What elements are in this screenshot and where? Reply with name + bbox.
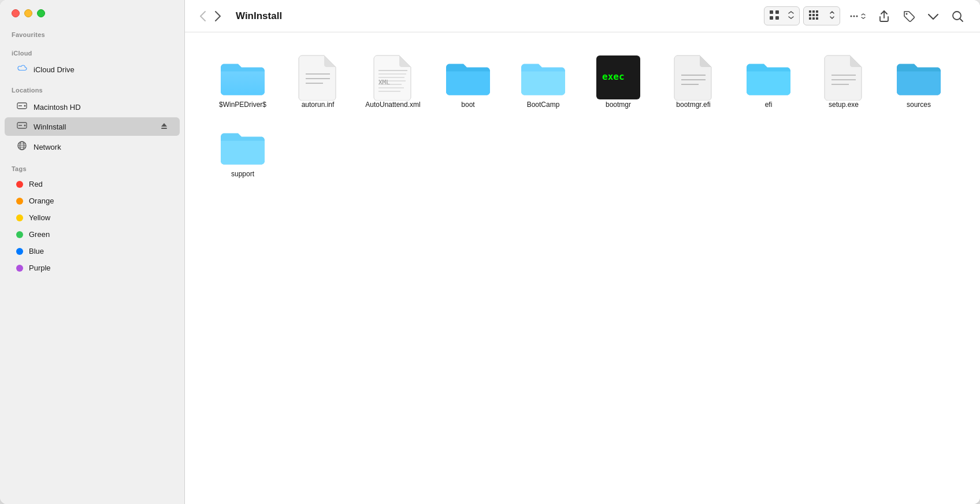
- svg-rect-21: [812, 14, 815, 16]
- file-name-bootmgr: bootmgr: [606, 101, 631, 109]
- svg-rect-14: [775, 10, 779, 14]
- tag-blue-label: Blue: [29, 247, 44, 255]
- tag-orange-label: Orange: [29, 197, 54, 205]
- file-item-bootcamp[interactable]: BootCamp: [508, 50, 578, 113]
- folder-icon-boot: [445, 54, 491, 101]
- file-item-bootmgr[interactable]: exec bootmgr: [584, 50, 653, 113]
- locations-label: Locations: [0, 79, 184, 97]
- file-name-autounattend: AutoUnattend.xml: [365, 101, 420, 109]
- svg-rect-23: [809, 17, 811, 20]
- file-icon-autorun: [295, 54, 341, 101]
- svg-text:XML: XML: [378, 79, 390, 86]
- share-button[interactable]: [874, 8, 894, 25]
- sidebar-item-tag-yellow[interactable]: Yellow: [5, 210, 180, 225]
- svg-point-28: [856, 15, 858, 17]
- icloud-label: iCloud: [0, 42, 184, 60]
- svg-rect-17: [809, 10, 811, 13]
- svg-point-26: [853, 15, 855, 17]
- tag-yellow-label: Yellow: [29, 213, 50, 222]
- file-name-efi: efi: [765, 101, 773, 109]
- file-item-autounattend[interactable]: XML AutoUnattend.xml: [358, 50, 428, 113]
- tag-button[interactable]: [898, 8, 920, 25]
- svg-rect-15: [770, 16, 773, 20]
- file-icon-bootmgr: exec: [595, 54, 641, 101]
- svg-rect-13: [770, 10, 773, 14]
- file-name-bootcamp: BootCamp: [527, 101, 560, 109]
- file-item-bootmgr-efi[interactable]: bootmgr.efi: [659, 50, 728, 113]
- view-chevron-button[interactable]: [784, 9, 798, 23]
- svg-rect-25: [816, 17, 818, 20]
- svg-rect-19: [816, 10, 818, 13]
- toolbar-title: WinInstall: [236, 10, 282, 22]
- sidebar-item-tag-purple[interactable]: Purple: [5, 260, 180, 276]
- svg-rect-24: [812, 17, 815, 20]
- main-content: WinInstall: [185, 0, 980, 504]
- file-icon-autounattend: XML: [370, 54, 416, 101]
- close-button[interactable]: [12, 9, 20, 17]
- svg-rect-22: [816, 14, 818, 16]
- sidebar-item-icloud-drive[interactable]: iCloud Drive: [5, 61, 180, 78]
- overflow-button[interactable]: [923, 10, 943, 23]
- eject-icon[interactable]: [160, 122, 168, 132]
- file-name-setup-exe: setup.exe: [829, 101, 859, 109]
- tag-red-label: Red: [29, 180, 43, 188]
- svg-point-4: [24, 125, 26, 127]
- sidebar-item-wininstall[interactable]: WinInstall: [5, 117, 180, 136]
- file-icon-setup-exe: [821, 54, 867, 101]
- toolbar: WinInstall: [185, 0, 980, 32]
- window-controls: [0, 0, 184, 23]
- sidebar-item-tag-red[interactable]: Red: [5, 176, 180, 192]
- sidebar-item-tag-orange[interactable]: Orange: [5, 193, 180, 209]
- file-item-winpedriver[interactable]: $WinPEDriver$: [208, 50, 277, 113]
- disk-icon-2: [16, 121, 28, 132]
- tag-dot-orange: [16, 198, 23, 205]
- icloud-icon: [16, 64, 28, 75]
- search-button[interactable]: [946, 8, 968, 25]
- sidebar-item-tag-blue[interactable]: Blue: [5, 243, 180, 259]
- view-chevron-button2[interactable]: [826, 9, 838, 23]
- tag-green-label: Green: [29, 230, 50, 239]
- file-item-setup-exe[interactable]: setup.exe: [809, 50, 878, 113]
- tag-purple-label: Purple: [29, 264, 51, 272]
- tag-dot-red: [16, 181, 23, 188]
- folder-icon-winpedriver: [220, 54, 266, 101]
- file-grid: $WinPEDriver$ autorun.inf XML: [185, 32, 980, 504]
- svg-rect-7: [161, 128, 167, 129]
- tag-dot-green: [16, 231, 23, 238]
- view-list-button[interactable]: [805, 8, 825, 24]
- back-button[interactable]: [196, 9, 209, 24]
- svg-rect-18: [812, 10, 815, 13]
- folder-icon-support: [220, 124, 266, 170]
- file-item-efi[interactable]: efi: [734, 50, 803, 113]
- file-item-boot[interactable]: boot: [433, 50, 503, 113]
- svg-line-31: [960, 18, 963, 21]
- folder-icon-efi: [745, 54, 792, 101]
- file-item-sources[interactable]: sources: [884, 50, 953, 113]
- file-icon-bootmgr-efi: [670, 54, 717, 101]
- sidebar-item-network[interactable]: Network: [5, 137, 180, 157]
- folder-icon-bootcamp: [520, 54, 566, 101]
- forward-button[interactable]: [211, 9, 224, 24]
- sidebar: Favourites iCloud iCloud Drive Locations: [0, 0, 185, 504]
- file-name-autorun-inf: autorun.inf: [302, 101, 335, 109]
- minimize-button[interactable]: [24, 9, 32, 17]
- wininstall-label: WinInstall: [34, 123, 66, 131]
- file-name-support: support: [231, 170, 254, 178]
- svg-text:exec: exec: [602, 71, 625, 82]
- icloud-drive-label: iCloud Drive: [34, 65, 75, 74]
- maximize-button[interactable]: [37, 9, 45, 17]
- macintosh-hd-label: Macintosh HD: [34, 103, 81, 112]
- view-grid-button[interactable]: [766, 8, 783, 24]
- sidebar-item-macintosh-hd[interactable]: Macintosh HD: [5, 98, 180, 116]
- finder-window: Favourites iCloud iCloud Drive Locations: [0, 0, 980, 504]
- file-item-autorun-inf[interactable]: autorun.inf: [283, 50, 352, 113]
- svg-rect-20: [809, 14, 811, 16]
- file-name-sources: sources: [907, 101, 931, 109]
- more-options-button[interactable]: [844, 8, 870, 24]
- file-item-support[interactable]: support: [208, 119, 277, 183]
- network-label: Network: [34, 143, 61, 151]
- svg-point-27: [851, 15, 852, 17]
- file-name-boot: boot: [461, 101, 474, 109]
- sidebar-item-tag-green[interactable]: Green: [5, 227, 180, 242]
- svg-point-29: [906, 13, 908, 14]
